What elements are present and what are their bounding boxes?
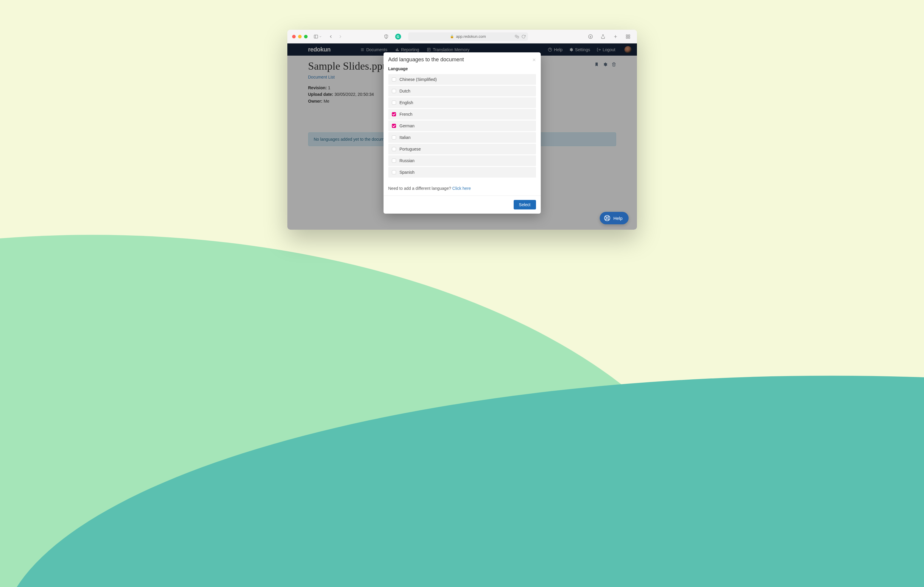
browser-toolbar: G 🔒 app.redokun.com <box>287 30 637 43</box>
svg-rect-0 <box>314 35 318 38</box>
modal-header: Add languages to the document × <box>384 53 541 66</box>
chevron-left-icon <box>328 34 333 39</box>
help-fab-button[interactable]: Help <box>600 212 629 224</box>
help-fab-label: Help <box>614 216 623 221</box>
chevron-right-icon <box>338 34 343 39</box>
plus-icon <box>613 34 618 39</box>
modal-body: Language Chinese (Simplified)DutchEnglis… <box>384 66 541 196</box>
language-name: Spanish <box>399 170 415 174</box>
language-option[interactable]: English <box>388 97 536 108</box>
back-button[interactable] <box>327 33 335 41</box>
language-option[interactable]: German <box>388 120 536 131</box>
language-checkbox[interactable] <box>392 100 396 105</box>
language-name: Italian <box>399 135 411 140</box>
language-name: Chinese (Simplified) <box>399 77 437 82</box>
app-viewport: redokun Documents Reporting Translation … <box>287 43 637 230</box>
grid-icon <box>625 34 630 39</box>
window-close-button[interactable] <box>292 35 296 38</box>
lifebuoy-icon <box>604 215 610 221</box>
svg-rect-11 <box>628 37 630 38</box>
svg-line-29 <box>608 219 609 220</box>
traffic-lights <box>292 35 308 38</box>
svg-rect-12 <box>626 37 628 38</box>
translate-icon[interactable] <box>515 35 519 39</box>
new-tab-button[interactable] <box>611 33 620 41</box>
window-minimize-button[interactable] <box>298 35 302 38</box>
address-bar[interactable]: 🔒 app.redokun.com <box>408 33 528 41</box>
language-section-label: Language <box>388 66 536 71</box>
language-name: Dutch <box>399 89 411 94</box>
modal-close-button[interactable]: × <box>533 57 536 63</box>
language-checkbox[interactable] <box>392 77 396 82</box>
language-checkbox[interactable] <box>392 124 396 128</box>
chevron-down-icon <box>319 35 322 38</box>
different-language-prompt: Need to add a different language? Click … <box>388 186 536 191</box>
language-checkbox[interactable] <box>392 170 396 174</box>
language-option[interactable]: French <box>388 109 536 120</box>
tab-overview-button[interactable] <box>624 33 632 41</box>
language-name: Russian <box>399 158 415 163</box>
language-option[interactable]: Chinese (Simplified) <box>388 74 536 85</box>
grammarly-extension-icon[interactable]: G <box>395 34 401 39</box>
language-checkbox[interactable] <box>392 89 396 93</box>
browser-window: G 🔒 app.redokun.com <box>287 30 637 230</box>
language-checkbox[interactable] <box>392 112 396 116</box>
sidebar-icon <box>314 34 318 39</box>
forward-button[interactable] <box>336 33 345 41</box>
language-name: English <box>399 100 413 105</box>
window-maximize-button[interactable] <box>304 35 308 38</box>
language-option[interactable]: Portuguese <box>388 144 536 155</box>
share-icon <box>601 34 606 39</box>
svg-rect-2 <box>515 35 517 37</box>
language-name: Portuguese <box>399 147 421 151</box>
language-option[interactable]: Dutch <box>388 86 536 96</box>
language-option[interactable]: Russian <box>388 155 536 166</box>
share-button[interactable] <box>599 33 607 41</box>
shield-icon <box>384 34 389 39</box>
svg-rect-3 <box>517 36 519 38</box>
reload-icon[interactable] <box>521 35 526 39</box>
language-list: Chinese (Simplified)DutchEnglishFrenchGe… <box>388 74 536 178</box>
language-option[interactable]: Spanish <box>388 167 536 178</box>
language-option[interactable]: Italian <box>388 132 536 143</box>
lock-icon: 🔒 <box>450 35 454 38</box>
svg-line-28 <box>605 216 606 217</box>
sidebar-toggle-button[interactable] <box>314 33 322 41</box>
privacy-shield-button[interactable] <box>382 33 390 41</box>
modal-footer: Select <box>384 196 541 214</box>
modal-title: Add languages to the document <box>388 56 464 63</box>
svg-point-27 <box>606 217 608 219</box>
downloads-button[interactable] <box>586 33 595 41</box>
language-checkbox[interactable] <box>392 147 396 151</box>
url-host-text: app.redokun.com <box>456 34 486 39</box>
svg-line-30 <box>608 216 609 217</box>
diff-lang-text: Need to add a different language? <box>388 186 452 191</box>
diff-lang-link[interactable]: Click here <box>452 186 471 191</box>
language-checkbox[interactable] <box>392 135 396 140</box>
add-languages-modal: Add languages to the document × Language… <box>384 53 541 214</box>
language-name: German <box>399 123 415 128</box>
svg-line-31 <box>605 219 606 220</box>
select-button[interactable]: Select <box>514 200 536 209</box>
language-checkbox[interactable] <box>392 159 396 163</box>
language-name: French <box>399 112 413 117</box>
svg-rect-10 <box>628 35 630 36</box>
svg-rect-9 <box>626 35 628 36</box>
download-icon <box>588 34 593 39</box>
